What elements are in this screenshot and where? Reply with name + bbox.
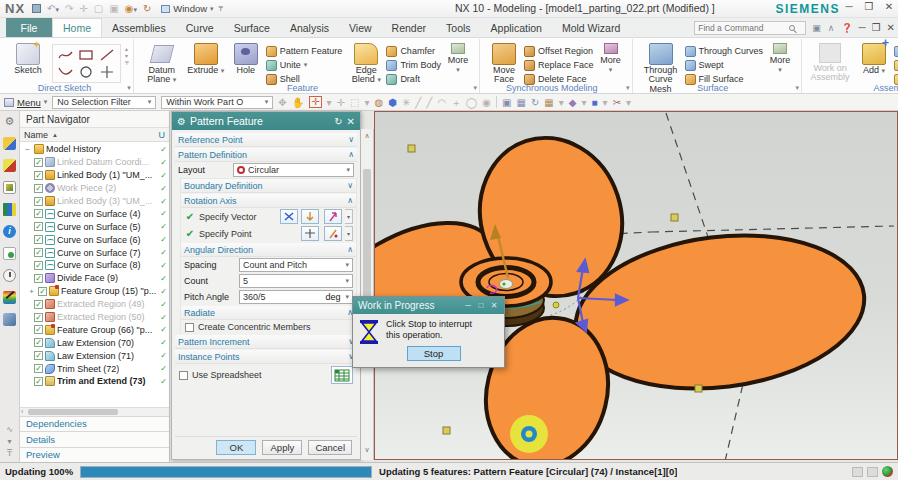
tab-file[interactable]: File bbox=[6, 18, 52, 37]
pattern-feature-button[interactable]: Pattern Feature bbox=[266, 45, 343, 57]
vector-options-dropdown[interactable]: ▾ bbox=[345, 209, 353, 224]
window-menu[interactable]: Window▾₸ bbox=[158, 2, 226, 15]
dropdown-icon[interactable]: ▾ bbox=[626, 96, 631, 109]
tab-application[interactable]: Application bbox=[481, 18, 552, 37]
move-component-button[interactable]: Move Component bbox=[894, 59, 898, 71]
chamfer-button[interactable]: Chamfer bbox=[386, 45, 441, 57]
doc-close-button[interactable]: ✕ bbox=[887, 22, 895, 33]
scroll-down-icon[interactable]: ∨ bbox=[361, 446, 373, 454]
information-window-icon[interactable] bbox=[867, 467, 878, 477]
concentric-checkbox[interactable] bbox=[185, 323, 194, 332]
tree-row[interactable]: Linked Body (3) "UM_... bbox=[20, 195, 169, 208]
through-curves-button[interactable]: Through Curves bbox=[685, 45, 764, 57]
assembly-constraints-button[interactable]: Assembly Constraints bbox=[894, 45, 898, 57]
tree-row[interactable]: Linked Body (1) "UM_... bbox=[20, 169, 169, 182]
tree-row[interactable]: Law Extension (70) bbox=[20, 336, 169, 349]
stop-button[interactable]: Stop bbox=[407, 346, 461, 361]
save-icon[interactable] bbox=[32, 4, 41, 13]
view-orient-icon[interactable]: ◆ bbox=[569, 96, 577, 109]
rectangle-icon[interactable] bbox=[78, 48, 95, 62]
close-button[interactable]: ✕ bbox=[882, 1, 896, 12]
panel-dependencies[interactable]: Dependencies bbox=[20, 416, 169, 432]
trim-body-button[interactable]: Trim Body bbox=[386, 59, 441, 71]
tab-assemblies[interactable]: Assemblies bbox=[102, 18, 176, 37]
shaded-view-icon[interactable]: ⬢ bbox=[388, 96, 397, 109]
checkbox-checked-icon[interactable] bbox=[34, 364, 43, 373]
tree-row[interactable]: Divide Face (9) bbox=[20, 272, 169, 285]
section-reference-point[interactable]: Reference Point∨ bbox=[175, 133, 357, 147]
hole-button[interactable]: Hole bbox=[226, 41, 266, 75]
point-flyout-button[interactable] bbox=[324, 226, 342, 241]
point-dialog-button[interactable] bbox=[301, 226, 319, 241]
selection-scope-dropdown[interactable]: Within Work Part O▾ bbox=[161, 96, 273, 109]
visualization-icon[interactable] bbox=[3, 291, 16, 304]
window-cascade-icon[interactable]: ▣ bbox=[502, 96, 511, 109]
vector-dialog-button[interactable] bbox=[280, 209, 298, 224]
group-dialog-launcher-icon[interactable]: ▾ bbox=[127, 84, 131, 92]
tab-home[interactable]: Home bbox=[52, 18, 102, 37]
touch-mode-icon[interactable]: ◉▾ bbox=[125, 3, 137, 14]
ok-button[interactable]: OK bbox=[216, 440, 256, 455]
window-layout-icon[interactable]: ▣ bbox=[812, 23, 821, 33]
section-boundary-definition[interactable]: Boundary Definition∨ bbox=[181, 179, 356, 193]
tab-render[interactable]: Render bbox=[382, 18, 436, 37]
tree-row[interactable]: Extracted Region (49) bbox=[20, 298, 169, 311]
offset-region-button[interactable]: Offset Region bbox=[524, 45, 594, 57]
tab-surface[interactable]: Surface bbox=[224, 18, 280, 37]
graphics-viewport[interactable] bbox=[374, 111, 898, 460]
doc-restore-button[interactable]: ❒ bbox=[872, 22, 881, 33]
dropdown-icon[interactable]: ▾ bbox=[327, 96, 332, 109]
tree-row[interactable]: Trim Sheet (72) bbox=[20, 362, 169, 375]
section-angular-direction[interactable]: Angular Direction∧ bbox=[181, 243, 356, 257]
section-radiate[interactable]: Radiate∧ bbox=[181, 306, 356, 320]
hd3d-tools-icon[interactable] bbox=[3, 247, 16, 260]
assembly-navigator-icon[interactable] bbox=[3, 137, 16, 150]
studio-spline-icon[interactable] bbox=[57, 48, 74, 62]
point-icon[interactable] bbox=[99, 65, 116, 79]
roles-gear-icon[interactable]: ⚙ bbox=[3, 115, 16, 128]
sketch-button[interactable]: Sketch bbox=[8, 41, 48, 75]
touch-panel-icon[interactable] bbox=[3, 313, 16, 326]
tree-row[interactable]: Trim and Extend (73) bbox=[20, 375, 169, 388]
replace-face-button[interactable]: Replace Face bbox=[524, 59, 594, 71]
reset-icon[interactable]: ↻ bbox=[334, 116, 342, 127]
cancel-button[interactable]: Cancel bbox=[308, 440, 352, 455]
panel-preview[interactable]: Preview bbox=[20, 447, 169, 463]
point-options-dropdown[interactable]: ▾ bbox=[345, 226, 353, 241]
web-browser-icon[interactable]: i bbox=[3, 225, 16, 238]
dialog-scrollbar[interactable]: ∧ ∨ bbox=[361, 129, 374, 460]
checkbox-checked-icon[interactable] bbox=[34, 338, 43, 347]
checkbox-checked-icon[interactable] bbox=[34, 377, 43, 386]
line-icon[interactable] bbox=[99, 48, 116, 62]
tree-row[interactable]: Curve on Surface (7) bbox=[20, 246, 169, 259]
checkbox-checked-icon[interactable] bbox=[38, 287, 47, 296]
checkbox-checked-icon[interactable] bbox=[34, 197, 43, 206]
swap-icon[interactable]: ↻ bbox=[143, 3, 151, 14]
undo-icon[interactable]: ↶▾ bbox=[47, 3, 59, 14]
edit-spreadsheet-button[interactable] bbox=[331, 366, 353, 384]
tab-mold-wizard[interactable]: Mold Wizard bbox=[552, 18, 630, 37]
internet-status-icon[interactable] bbox=[882, 466, 893, 477]
checkbox-checked-icon[interactable] bbox=[34, 313, 43, 322]
minimize-button[interactable]: ─ bbox=[842, 1, 856, 12]
circle-icon[interactable] bbox=[78, 65, 95, 79]
restore-button[interactable]: ❒ bbox=[862, 1, 876, 12]
tree-row[interactable]: Curve on Surface (6) bbox=[20, 233, 169, 246]
tree-row[interactable]: Law Extension (71) bbox=[20, 349, 169, 362]
tree-row[interactable]: Curve on Surface (4) bbox=[20, 207, 169, 220]
resource-bar-overflow[interactable]: ∿▾₸ bbox=[6, 425, 13, 458]
minimize-ribbon-icon[interactable]: ∧ bbox=[828, 23, 835, 33]
checkbox-checked-icon[interactable] bbox=[34, 235, 43, 244]
inferred-vector-button[interactable] bbox=[301, 209, 319, 224]
section-pattern-definition[interactable]: Pattern Definition∧ bbox=[175, 148, 357, 162]
datum-plane-button[interactable]: Datum Plane ▾ bbox=[138, 41, 186, 85]
checkbox-checked-icon[interactable] bbox=[34, 209, 43, 218]
checkbox-checked-icon[interactable] bbox=[34, 325, 43, 334]
find-command-input[interactable] bbox=[698, 23, 786, 33]
vector-flyout-button[interactable] bbox=[324, 209, 342, 224]
group-dialog-launcher-icon[interactable]: ▾ bbox=[796, 84, 800, 92]
selection-filter-dropdown[interactable]: No Selection Filter▾ bbox=[52, 96, 156, 109]
arc-icon[interactable] bbox=[57, 65, 74, 79]
checkbox-checked-icon[interactable] bbox=[34, 222, 43, 231]
render-style-icon[interactable]: ◍ bbox=[374, 96, 383, 109]
